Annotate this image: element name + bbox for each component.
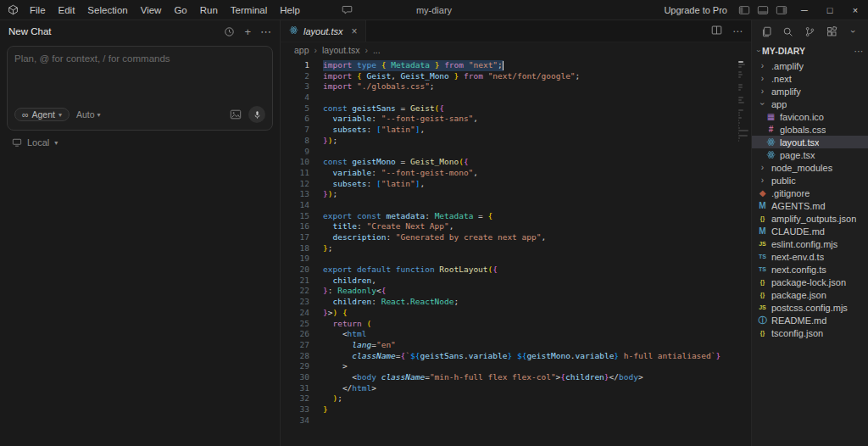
workspace-location-selector[interactable]: Local ▾ (0, 131, 280, 154)
code-line-3[interactable]: 3import "./globals.css"; (281, 81, 751, 92)
extensions-icon[interactable] (825, 25, 838, 38)
code-line-9[interactable]: 9 (281, 147, 751, 158)
explorer-more-actions-icon[interactable]: ⋯ (854, 46, 864, 56)
tab-layout-tsx[interactable]: layout.tsx × (281, 20, 366, 42)
code-line-7[interactable]: 7 subsets: ["latin"], (281, 125, 751, 136)
code-line-8[interactable]: 8}); (281, 136, 751, 147)
breadcrumb-segment-layout.tsx[interactable]: layout.tsx (322, 45, 359, 55)
toggle-panel-bottom-icon[interactable] (754, 2, 771, 19)
upgrade-to-pro-button[interactable]: Upgrade to Pro (664, 5, 727, 15)
folder-app[interactable]: ›app (752, 98, 868, 110)
code-line-32[interactable]: 32 ); (281, 393, 751, 404)
tab-close-icon[interactable]: × (351, 25, 357, 37)
code-line-20[interactable]: 20export default function RootLayout({ (281, 265, 751, 276)
file-README.md[interactable]: ⓘREADME.md (752, 314, 868, 326)
code-line-27[interactable]: 27 lang="en" (281, 340, 751, 351)
model-selector[interactable]: Auto ▾ (76, 109, 101, 120)
files-icon[interactable] (760, 25, 773, 38)
file-favicon.ico[interactable]: ▦favicon.ico (752, 110, 868, 123)
code-line-22[interactable]: 22}: Readonly<{ (281, 286, 751, 297)
file-next-env.d.ts[interactable]: TSnext-env.d.ts (752, 250, 868, 263)
folder-public[interactable]: ›public (752, 174, 868, 187)
toggle-panel-left-icon[interactable] (736, 2, 753, 19)
breadcrumb-segment-...[interactable]: ... (373, 45, 381, 55)
more-actions-icon[interactable]: ⋯ (260, 25, 271, 38)
menu-run[interactable]: Run (194, 3, 224, 17)
attach-image-icon[interactable] (230, 109, 242, 120)
minimap[interactable] (737, 61, 749, 446)
menu-selection[interactable]: Selection (81, 3, 133, 17)
code-line-15[interactable]: 15export const metadata: Metadata = { (281, 211, 751, 222)
file-tsconfig.json[interactable]: {}tsconfig.json (752, 326, 868, 339)
code-line-16[interactable]: 16 title: "Create Next App", (281, 221, 751, 232)
code-line-30[interactable]: 30 <body className="min-h-full flex flex… (281, 372, 751, 383)
voice-input-button[interactable] (248, 106, 265, 123)
code-line-26[interactable]: 26 <html (281, 329, 751, 340)
file-next.config.ts[interactable]: TSnext.config.ts (752, 263, 868, 276)
chat-input[interactable]: Plan, @ for context, / for commands ∞ Ag… (7, 46, 273, 131)
chevron-down-icon[interactable]: › (847, 25, 860, 38)
code-line-14[interactable]: 14 (281, 200, 751, 211)
code-line-28[interactable]: 28 className={`${geistSans.variable} ${g… (281, 351, 751, 362)
chat-bubble-icon[interactable] (342, 4, 353, 15)
code-line-19[interactable]: 19 (281, 254, 751, 265)
explorer-root-header[interactable]: › MY-DIARY ⋯ (752, 42, 868, 59)
folder-node_modules[interactable]: ›node_modules (752, 161, 868, 174)
new-chat-icon[interactable]: + (244, 25, 251, 38)
file-page.tsx[interactable]: page.tsx (752, 148, 868, 161)
code-line-1[interactable]: 1import type { Metadata } from "next"; (281, 60, 751, 71)
code-line-34[interactable]: 34 (281, 415, 751, 426)
folder-amplify[interactable]: ›amplify (752, 85, 868, 98)
history-icon[interactable] (224, 26, 235, 37)
file-amplify_outputs.json[interactable]: {}amplify_outputs.json (752, 212, 868, 225)
agent-mode-selector[interactable]: ∞ Agent ▾ (14, 108, 70, 121)
menu-edit[interactable]: Edit (53, 3, 81, 17)
folder-.next[interactable]: ›.next (752, 72, 868, 85)
code-line-21[interactable]: 21 children, (281, 276, 751, 287)
minimize-button[interactable]: ─ (792, 0, 817, 20)
close-button[interactable]: × (843, 0, 868, 20)
code-line-33[interactable]: 33} (281, 404, 751, 415)
toggle-panel-right-icon[interactable] (773, 2, 790, 19)
code-line-12[interactable]: 12 subsets: ["latin"], (281, 179, 751, 190)
menu-help[interactable]: Help (274, 3, 306, 17)
search-icon[interactable] (782, 25, 795, 38)
breadcrumb-segment-app[interactable]: app (294, 45, 309, 55)
code-line-4[interactable]: 4 (281, 92, 751, 103)
file-.gitignore[interactable]: ◆.gitignore (752, 187, 868, 199)
source-control-icon[interactable] (804, 25, 817, 38)
model-label: Auto (76, 109, 95, 120)
maximize-button[interactable]: □ (817, 0, 843, 20)
code-line-29[interactable]: 29 > (281, 361, 751, 372)
code-line-5[interactable]: 5const geistSans = Geist({ (281, 103, 751, 114)
menu-file[interactable]: File (24, 3, 52, 17)
file-package.json[interactable]: {}package.json (752, 288, 868, 301)
line-number: 19 (281, 254, 309, 265)
code-line-25[interactable]: 25 return ( (281, 319, 751, 330)
file-globals.css[interactable]: #globals.css (752, 123, 868, 136)
menu-go[interactable]: Go (168, 3, 192, 17)
code-line-18[interactable]: 18}; (281, 243, 751, 254)
file-eslint.config.mjs[interactable]: JSeslint.config.mjs (752, 237, 868, 250)
folder-.amplify[interactable]: ›.amplify (752, 59, 868, 72)
code-line-13[interactable]: 13}); (281, 189, 751, 200)
menu-terminal[interactable]: Terminal (225, 3, 273, 17)
file-package-lock.json[interactable]: {}package-lock.json (752, 276, 868, 288)
code-line-23[interactable]: 23 children: React.ReactNode; (281, 297, 751, 308)
file-CLAUDE.md[interactable]: MCLAUDE.md (752, 225, 868, 237)
code-line-31[interactable]: 31 </html> (281, 383, 751, 394)
menu-view[interactable]: View (135, 3, 168, 17)
file-AGENTS.md[interactable]: MAGENTS.md (752, 199, 868, 212)
code-line-24[interactable]: 24}>) { (281, 308, 751, 319)
code-line-17[interactable]: 17 description: "Generated by create nex… (281, 232, 751, 243)
editor-more-actions-icon[interactable]: ⋯ (732, 25, 743, 37)
code-line-2[interactable]: 2import { Geist, Geist_Mono } from "next… (281, 71, 751, 82)
code-editor[interactable]: 1import type { Metadata } from "next";2i… (281, 58, 751, 446)
line-content: title: "Create Next App", (323, 221, 453, 232)
split-editor-icon[interactable] (711, 25, 722, 38)
code-line-10[interactable]: 10const geistMono = Geist_Mono({ (281, 157, 751, 168)
file-layout.tsx[interactable]: layout.tsx (752, 136, 868, 148)
file-postcss.config.mjs[interactable]: JSpostcss.config.mjs (752, 301, 868, 314)
code-line-11[interactable]: 11 variable: "--font-geist-mono", (281, 168, 751, 179)
code-line-6[interactable]: 6 variable: "--font-geist-sans", (281, 114, 751, 125)
